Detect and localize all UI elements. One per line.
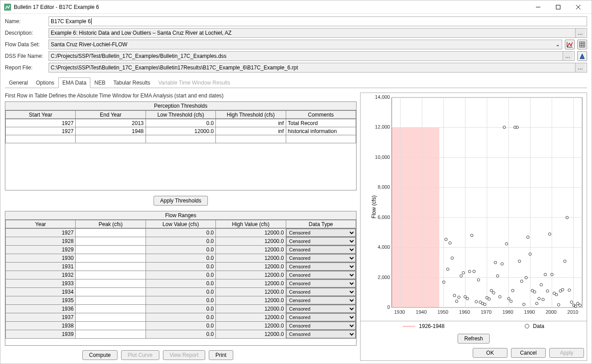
plot-flow-icon-button[interactable]	[565, 40, 575, 49]
fr-col-low: Low Value (cfs)	[146, 220, 215, 228]
window-title: Bulletin 17 Editor - B17C Example 6	[14, 4, 528, 10]
data-point	[455, 299, 458, 303]
table-row[interactable]: 19290.012000.0Censored	[6, 246, 356, 254]
tab-ema-data[interactable]: EMA Data	[58, 77, 90, 88]
data-point	[539, 283, 543, 287]
ema-hint: First Row in Table Defines the Absolute …	[5, 93, 357, 99]
tab-neb[interactable]: NEB	[90, 77, 109, 88]
fr-col-year: Year	[6, 220, 76, 228]
data-point	[509, 299, 512, 303]
tab-options[interactable]: Options	[32, 77, 58, 88]
data-point	[579, 303, 582, 307]
data-type-select[interactable]: Censored	[286, 296, 356, 304]
data-point	[496, 275, 499, 278]
data-type-select[interactable]: Censored	[286, 279, 356, 287]
data-point	[477, 278, 480, 281]
table-row[interactable]: 19360.012000.0Censored	[6, 305, 356, 313]
minimize-button[interactable]	[528, 1, 548, 13]
data-point	[520, 279, 523, 283]
data-type-select[interactable]: Censored	[286, 271, 356, 279]
data-point	[533, 290, 536, 293]
refresh-button[interactable]: Refresh	[458, 334, 490, 344]
maximize-button[interactable]	[548, 1, 568, 13]
dss-file-input[interactable]: C:/Projects/SSP/Test/Bulletin_17C_Exampl…	[49, 51, 575, 61]
data-point	[570, 300, 573, 303]
data-point	[451, 256, 454, 259]
data-point	[548, 232, 551, 235]
table-row[interactable]: 19340.012000.0Censored	[6, 288, 356, 296]
flow-dataset-select[interactable]: Santa Cruz River-Lochiel-FLOW ⌄	[49, 40, 562, 49]
table-row[interactable]: 19330.012000.0Censored	[6, 279, 356, 288]
data-point	[444, 238, 447, 241]
data-point	[527, 235, 530, 239]
data-type-select[interactable]: Censored	[286, 263, 356, 271]
data-point	[542, 298, 545, 301]
data-type-select[interactable]: Censored	[286, 330, 356, 338]
data-point	[537, 297, 540, 300]
legend-label-band: 1926-1948	[419, 323, 444, 329]
table-row[interactable]	[6, 135, 356, 143]
table-row[interactable]: 19350.012000.0Censored	[6, 296, 356, 305]
data-point	[511, 289, 515, 292]
report-ellipsis-button[interactable]: …	[575, 63, 585, 72]
table-row[interactable]: 19300.012000.0Censored	[6, 254, 356, 263]
data-point	[555, 293, 558, 296]
data-point	[457, 296, 460, 299]
report-file-label: Report File:	[5, 65, 46, 71]
print-button[interactable]: Print	[209, 350, 233, 360]
data-point	[466, 297, 469, 300]
data-type-select[interactable]: Censored	[286, 305, 356, 313]
table-row[interactable]: 19380.012000.0Censored	[6, 322, 356, 330]
data-point	[524, 276, 527, 279]
data-point	[550, 273, 553, 276]
compute-button[interactable]: Compute	[82, 350, 118, 360]
cancel-button[interactable]: Cancel	[511, 348, 546, 358]
legend-swatch-pink	[403, 326, 415, 327]
data-type-select[interactable]: Censored	[286, 313, 356, 321]
chart-area: Flow (cfs) 02,0004,0006,0008,00010,00012…	[361, 93, 587, 321]
table-row[interactable]: 19390.012000.0Censored	[6, 330, 356, 339]
pth-col-low: Low Threshold (cfs)	[146, 111, 215, 119]
table-flow-icon-button[interactable]	[577, 40, 587, 49]
name-label: Name:	[5, 18, 46, 24]
data-type-select[interactable]: Censored	[286, 322, 356, 330]
data-type-select[interactable]: Censored	[286, 246, 356, 254]
window: Bulletin 17 Editor - B17C Example 6 Name…	[0, 0, 592, 364]
data-point	[446, 268, 450, 271]
table-row[interactable]: 19270.012000.0Censored	[6, 229, 356, 237]
data-type-select[interactable]: Censored	[286, 237, 356, 245]
name-input[interactable]: B17C Example 6	[49, 16, 587, 26]
table-row[interactable]: 192720130.0infTotal Record	[6, 119, 356, 127]
pth-col-start: Start Year	[6, 111, 76, 119]
table-row[interactable]: 1927194812000.0infhistorical information	[6, 127, 356, 135]
data-point	[503, 126, 506, 129]
data-point	[529, 253, 532, 256]
dss-ellipsis-button[interactable]: …	[563, 52, 572, 61]
table-row[interactable]: 19320.012000.0Censored	[6, 271, 356, 279]
description-input[interactable]: Example 6: Historic Data and Low Outlier…	[49, 28, 587, 38]
data-point	[474, 300, 478, 303]
data-point	[561, 288, 564, 291]
description-ellipsis-button[interactable]: …	[575, 28, 585, 37]
data-point	[499, 295, 502, 299]
data-type-select[interactable]: Censored	[286, 288, 356, 296]
data-point	[568, 288, 571, 291]
table-row[interactable]: 19370.012000.0Censored	[6, 313, 356, 322]
legend-label-data: Data	[533, 323, 544, 329]
apply-thresholds-button[interactable]: Apply Thresholds	[154, 196, 208, 206]
data-type-select[interactable]: Censored	[286, 229, 356, 237]
data-type-select[interactable]: Censored	[286, 254, 356, 262]
data-point	[459, 275, 462, 278]
pth-col-end: End Year	[76, 111, 146, 119]
report-file-input[interactable]: C:\Projects\SSP\Test\Bulletin_17C_Exampl…	[49, 63, 587, 73]
app-icon	[4, 4, 11, 11]
close-button[interactable]	[568, 1, 588, 13]
table-row[interactable]: 19280.012000.0Censored	[6, 237, 356, 246]
dss-plot-icon-button[interactable]	[577, 51, 587, 61]
plot-curve-button: Plot Curve	[121, 350, 159, 360]
data-point	[492, 291, 495, 294]
ok-button[interactable]: OK	[473, 348, 507, 358]
tab-general[interactable]: General	[5, 77, 32, 88]
tab-tabular-results[interactable]: Tabular Results	[109, 77, 154, 88]
table-row[interactable]: 19310.012000.0Censored	[6, 263, 356, 271]
